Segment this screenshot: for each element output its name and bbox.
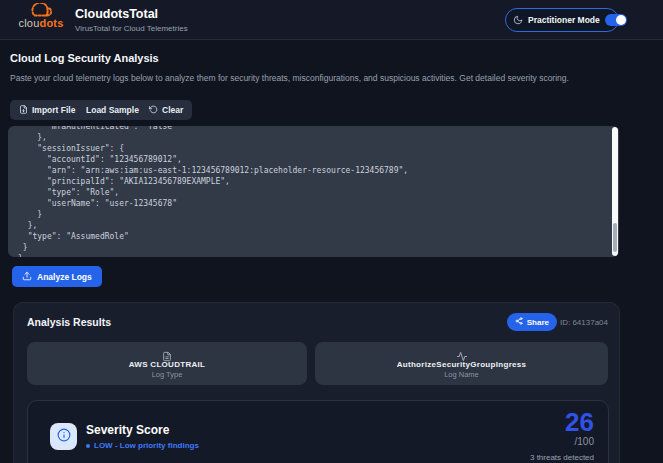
moon-icon: [513, 11, 523, 29]
refresh-icon: [149, 105, 158, 116]
cloudots-logo[interactable]: cloudots: [12, 3, 70, 29]
import-file-button[interactable]: Import File: [10, 100, 84, 120]
analyze-logs-button[interactable]: Analyze Logs: [12, 266, 102, 287]
severity-level-text: LOW - Low priority findings: [94, 441, 199, 450]
activity-icon: [456, 348, 468, 359]
app-title: CloudotsTotal: [75, 7, 158, 21]
scrollbar-thumb[interactable]: [613, 223, 617, 252]
cloud-logo-icon: [12, 3, 70, 18]
log-type-label: Log Type: [152, 370, 183, 379]
scrollbar-track[interactable]: [612, 127, 618, 256]
load-sample-label: Load Sample: [86, 105, 139, 115]
header-bar: cloudots CloudotsTotal VirusTotal for Cl…: [0, 0, 663, 40]
share-button[interactable]: Share: [507, 313, 557, 331]
threats-detected-text: 3 threats detected: [530, 453, 594, 462]
analysis-results-title: Analysis Results: [27, 316, 111, 328]
clear-label: Clear: [162, 105, 183, 115]
log-input-area[interactable]: "mfaAuthenticated": "false" }, "sessionI…: [8, 126, 619, 257]
log-type-value: AWS CLOUDTRAIL: [129, 360, 206, 369]
severity-score-value: 26: [530, 409, 594, 435]
clear-button[interactable]: Clear: [140, 100, 192, 120]
app-root: cloudots CloudotsTotal VirusTotal for Cl…: [0, 0, 663, 463]
log-input-content[interactable]: "mfaAuthenticated": "false" }, "sessionI…: [8, 126, 619, 257]
severity-score-denominator: /100: [530, 436, 594, 447]
log-name-value: AuthorizeSecurityGroupIngress: [397, 360, 527, 369]
page-title: Cloud Log Security Analysis: [10, 52, 159, 64]
logo-wordmark: cloudots: [12, 18, 70, 29]
share-label: Share: [527, 318, 549, 327]
page-description: Paste your cloud telemetry logs below to…: [10, 73, 618, 83]
severity-score-card: Severity Score LOW - Low priority findin…: [27, 400, 609, 463]
severity-score-block: 26 /100 3 threats detected: [530, 409, 594, 462]
severity-score-title: Severity Score: [86, 423, 169, 437]
app-subtitle: VirusTotal for Cloud Telemetries: [75, 24, 188, 33]
log-name-card: AuthorizeSecurityGroupIngress Log Name: [315, 342, 608, 385]
info-icon: [57, 428, 71, 446]
analysis-results-panel: Analysis Results Share ID: 64137a04 AWS …: [13, 302, 620, 463]
practitioner-mode-pill[interactable]: Practitioner Mode: [505, 8, 619, 32]
severity-dot-icon: [86, 444, 90, 448]
analysis-id: ID: 64137a04: [560, 318, 608, 327]
load-sample-button[interactable]: Load Sample: [77, 100, 148, 120]
severity-icon-box: [50, 423, 77, 450]
file-import-icon: [19, 105, 28, 116]
file-text-icon: [162, 348, 172, 359]
import-file-label: Import File: [32, 105, 75, 115]
log-type-card: AWS CLOUDTRAIL Log Type: [27, 342, 307, 385]
practitioner-mode-label: Practitioner Mode: [528, 15, 600, 25]
log-name-label: Log Name: [444, 370, 479, 379]
share-icon: [515, 317, 523, 327]
analyze-logs-label: Analyze Logs: [37, 272, 92, 282]
severity-level-badge: LOW - Low priority findings: [86, 441, 199, 450]
upload-icon: [22, 271, 32, 283]
practitioner-mode-toggle[interactable]: [605, 14, 627, 26]
toggle-knob: [616, 15, 626, 25]
